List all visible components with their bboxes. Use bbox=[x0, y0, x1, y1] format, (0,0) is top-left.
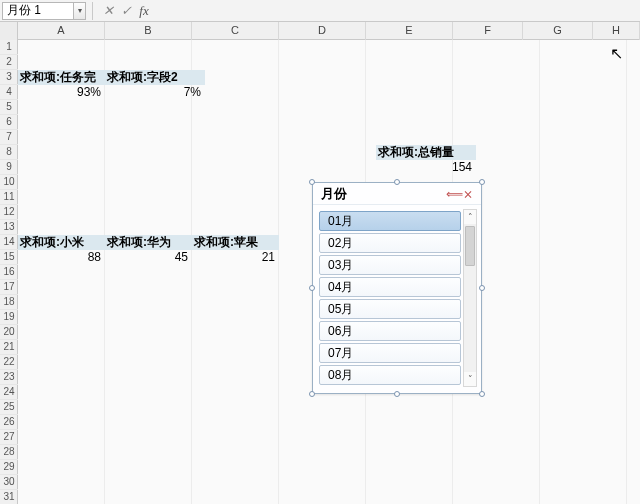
row-header-6[interactable]: 6 bbox=[0, 115, 18, 130]
row-header-21[interactable]: 21 bbox=[0, 340, 18, 355]
formula-bar: 月份 1 ▾ ✕ ✓ fx bbox=[0, 0, 640, 22]
col-header-A[interactable]: A bbox=[18, 22, 105, 40]
row-header-1[interactable]: 1 bbox=[0, 40, 18, 55]
row-header-29[interactable]: 29 bbox=[0, 460, 18, 475]
name-box-text: 月份 1 bbox=[7, 2, 41, 19]
col-header-E[interactable]: E bbox=[366, 22, 453, 40]
row-header-17[interactable]: 17 bbox=[0, 280, 18, 295]
slicer-item[interactable]: 01月 bbox=[319, 211, 461, 231]
row-header-25[interactable]: 25 bbox=[0, 400, 18, 415]
slicer-item[interactable]: 03月 bbox=[319, 255, 461, 275]
divider bbox=[92, 2, 93, 20]
row-header-4[interactable]: 4 bbox=[0, 85, 18, 100]
row-header-22[interactable]: 22 bbox=[0, 355, 18, 370]
row-header-27[interactable]: 27 bbox=[0, 430, 18, 445]
col-header-C[interactable]: C bbox=[192, 22, 279, 40]
col-header-G[interactable]: G bbox=[523, 22, 593, 40]
pivot1-header-2: 求和项:字段2 bbox=[105, 70, 205, 85]
row-header-30[interactable]: 30 bbox=[0, 475, 18, 490]
pivot1-header-1: 求和项:任务完 bbox=[18, 70, 105, 85]
row-header-23[interactable]: 23 bbox=[0, 370, 18, 385]
fx-icon[interactable]: fx bbox=[135, 2, 153, 20]
cancel-icon[interactable]: ✕ bbox=[99, 2, 117, 20]
pivot3-value-2: 45 bbox=[105, 250, 192, 265]
pivot1-value-1: 93% bbox=[18, 85, 105, 100]
row-header-14[interactable]: 14 bbox=[0, 235, 18, 250]
row-header-7[interactable]: 7 bbox=[0, 130, 18, 145]
pivot3-header-1: 求和项:小米 bbox=[18, 235, 105, 250]
slicer-item[interactable]: 02月 bbox=[319, 233, 461, 253]
row-header-15[interactable]: 15 bbox=[0, 250, 18, 265]
row-header-2[interactable]: 2 bbox=[0, 55, 18, 70]
slicer-item[interactable]: 04月 bbox=[319, 277, 461, 297]
row-header-20[interactable]: 20 bbox=[0, 325, 18, 340]
slicer-title-bar: 月份 ⟸⨯ bbox=[313, 183, 481, 205]
pivot1-value-2: 7% bbox=[105, 85, 205, 100]
pivot3-value-1: 88 bbox=[18, 250, 105, 265]
pivot2-header: 求和项:总销量 bbox=[376, 145, 476, 160]
sheet-grid[interactable]: 求和项:任务完 求和项:字段2 93% 7% 求和项:总销量 154 求和项:小… bbox=[18, 40, 640, 504]
scroll-down-icon[interactable]: ˅ bbox=[464, 372, 476, 386]
name-box-dropdown[interactable]: ▾ bbox=[74, 2, 86, 20]
slicer-title-text: 月份 bbox=[321, 183, 347, 205]
slicer-body: 01月02月03月04月05月06月07月08月 bbox=[319, 209, 461, 387]
row-header-11[interactable]: 11 bbox=[0, 190, 18, 205]
row-header-3[interactable]: 3 bbox=[0, 70, 18, 85]
row-header-24[interactable]: 24 bbox=[0, 385, 18, 400]
row-header-10[interactable]: 10 bbox=[0, 175, 18, 190]
col-header-H[interactable]: H bbox=[593, 22, 640, 40]
col-header-F[interactable]: F bbox=[453, 22, 523, 40]
row-header-18[interactable]: 18 bbox=[0, 295, 18, 310]
slicer-item[interactable]: 06月 bbox=[319, 321, 461, 341]
row-header-9[interactable]: 9 bbox=[0, 160, 18, 175]
slicer-item[interactable]: 08月 bbox=[319, 365, 461, 385]
pivot2-value: 154 bbox=[376, 160, 476, 175]
accept-icon[interactable]: ✓ bbox=[117, 2, 135, 20]
slicer-item[interactable]: 05月 bbox=[319, 299, 461, 319]
row-header-26[interactable]: 26 bbox=[0, 415, 18, 430]
formula-input[interactable] bbox=[153, 2, 640, 20]
row-header-8[interactable]: 8 bbox=[0, 145, 18, 160]
scroll-thumb[interactable] bbox=[465, 226, 475, 266]
row-header-13[interactable]: 13 bbox=[0, 220, 18, 235]
pivot3-value-3: 21 bbox=[192, 250, 279, 265]
slicer-scrollbar[interactable]: ˄ ˅ bbox=[463, 209, 477, 387]
pivot3-header-2: 求和项:华为 bbox=[105, 235, 192, 250]
row-header-31[interactable]: 31 bbox=[0, 490, 18, 504]
scroll-up-icon[interactable]: ˄ bbox=[464, 210, 476, 224]
name-box[interactable]: 月份 1 bbox=[2, 2, 74, 20]
pivot3-header-3: 求和项:苹果 bbox=[192, 235, 279, 250]
col-header-B[interactable]: B bbox=[105, 22, 192, 40]
row-header-28[interactable]: 28 bbox=[0, 445, 18, 460]
row-header-19[interactable]: 19 bbox=[0, 310, 18, 325]
col-header-D[interactable]: D bbox=[279, 22, 366, 40]
slicer-clear-filter-icon[interactable]: ⟸⨯ bbox=[446, 183, 473, 205]
slicer-month[interactable]: 月份 ⟸⨯ 01月02月03月04月05月06月07月08月 ˄ ˅ bbox=[312, 182, 482, 394]
column-headers: ABCDEFGH bbox=[0, 22, 640, 40]
row-headers: 1234567891011121314151617181920212223242… bbox=[0, 40, 18, 504]
select-all-corner[interactable] bbox=[0, 22, 18, 40]
row-header-5[interactable]: 5 bbox=[0, 100, 18, 115]
row-header-12[interactable]: 12 bbox=[0, 205, 18, 220]
slicer-item[interactable]: 07月 bbox=[319, 343, 461, 363]
row-header-16[interactable]: 16 bbox=[0, 265, 18, 280]
